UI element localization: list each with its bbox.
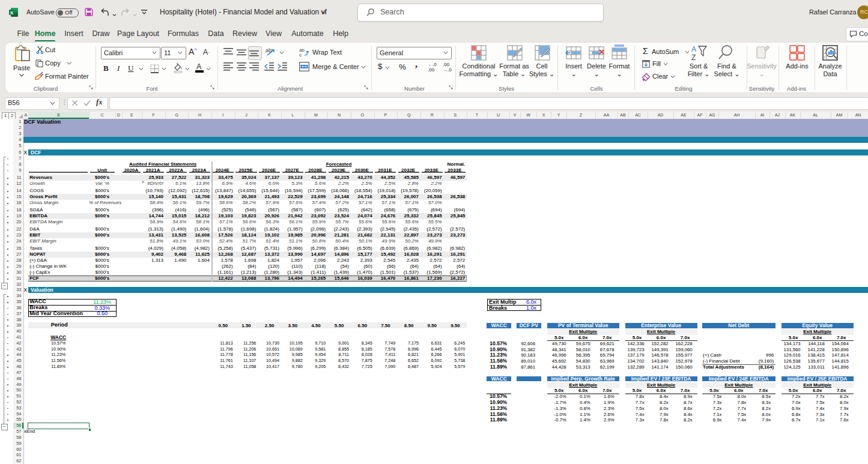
svg-text:A: A <box>691 45 696 53</box>
svg-text:c: c <box>299 52 302 57</box>
svg-text:X: X <box>10 10 14 16</box>
svg-text:Z: Z <box>691 53 696 61</box>
